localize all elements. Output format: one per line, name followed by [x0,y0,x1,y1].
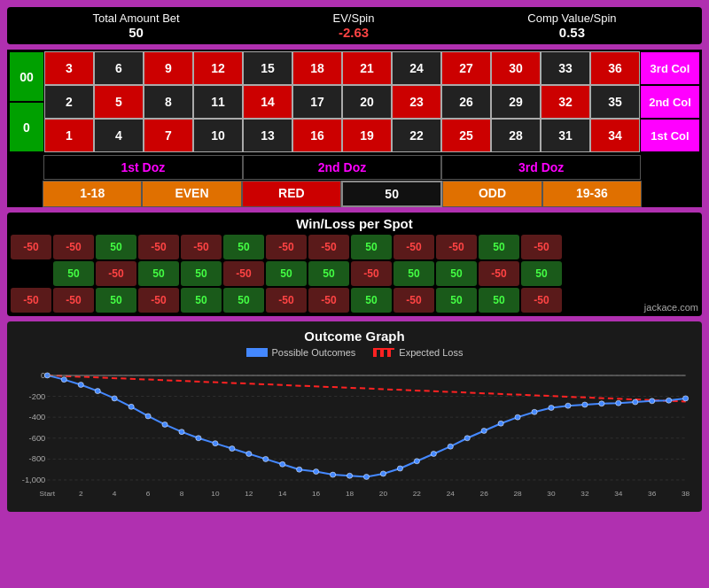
svg-point-35 [78,383,83,388]
svg-point-70 [666,398,672,403]
num-cell-35[interactable]: 35 [590,85,640,119]
svg-text:-600: -600 [29,434,46,443]
svg-point-39 [145,414,151,419]
outside-cell-2[interactable]: RED [242,181,341,207]
num-cell-29[interactable]: 29 [491,85,541,119]
svg-point-34 [61,377,66,383]
num-cell-9[interactable]: 9 [144,51,193,85]
wl-left-2: -50 [11,288,51,313]
num-cell-17[interactable]: 17 [292,85,342,119]
svg-text:32: 32 [580,490,589,498]
num-cell-28[interactable]: 28 [491,119,541,152]
graph-section: Outcome Graph Possible Outcomes Expected… [7,321,702,512]
outside-cell-5[interactable]: 19-36 [542,181,642,207]
winloss-row-2: -50-5050-505050-50-5050-505050-50jackace… [11,288,698,313]
num-cell-18[interactable]: 18 [292,51,342,85]
zero-col: 00 0 [9,51,44,152]
col-label-2[interactable]: 1st Col [640,119,700,152]
num-cell-11[interactable]: 11 [193,85,243,119]
num-cell-16[interactable]: 16 [292,119,342,152]
dozen-cell-2[interactable]: 3rd Doz [441,155,641,180]
svg-point-64 [565,403,571,408]
wl-cell-2-6: -50 [308,288,349,313]
num-cell-22[interactable]: 22 [392,119,441,152]
zero-0[interactable]: 0 [9,102,44,152]
svg-text:26: 26 [480,490,489,498]
wl-cell-2-9: 50 [436,288,477,313]
num-cell-12[interactable]: 12 [193,51,243,85]
wl-cell-0-8: -50 [393,235,434,259]
wl-cell-1-5: 50 [266,261,307,286]
svg-point-54 [397,466,402,471]
num-cell-34[interactable]: 34 [590,119,640,152]
svg-point-69 [650,398,655,404]
wl-cell-0-3: -50 [181,235,222,259]
num-cell-33[interactable]: 33 [541,51,590,85]
num-cell-14[interactable]: 14 [243,85,292,119]
col-label-1[interactable]: 2nd Col [640,85,700,119]
dozen-cell-1[interactable]: 2nd Doz [243,155,442,180]
ev-spin-value: -2.63 [333,25,375,40]
num-cell-1[interactable]: 1 [44,119,94,152]
legend-possible: Possible Outcomes [246,347,356,358]
num-cell-32[interactable]: 32 [541,85,590,119]
roulette-table: 00 0 36912151821242730333625811141720232… [7,50,702,154]
outside-row: 1-18EVENRED50ODD19-36 [7,181,702,207]
num-cell-20[interactable]: 20 [342,85,392,119]
wl-cell-0-0: -50 [53,235,94,259]
svg-point-50 [330,472,335,477]
num-cell-5[interactable]: 5 [94,85,144,119]
svg-point-49 [314,469,319,475]
num-cell-23[interactable]: 23 [392,85,441,119]
svg-point-71 [683,396,689,401]
outside-cell-0[interactable]: 1-18 [43,181,142,207]
num-cell-6[interactable]: 6 [94,51,144,85]
num-cell-30[interactable]: 30 [491,51,541,85]
number-row-2: 147101316192225283134 [44,119,640,152]
wl-cell-0-9: -50 [436,235,477,259]
svg-point-38 [129,404,134,409]
svg-point-57 [448,444,453,449]
svg-text:16: 16 [312,490,321,498]
comp-value-label: Comp Value/Spin [527,12,616,25]
num-cell-27[interactable]: 27 [441,51,491,85]
num-cell-15[interactable]: 15 [243,51,292,85]
svg-text:14: 14 [278,490,287,498]
graph-legend: Possible Outcomes Expected Loss [14,347,695,358]
num-cell-8[interactable]: 8 [144,85,193,119]
num-cell-36[interactable]: 36 [590,51,640,85]
wl-cell-1-1: -50 [96,261,136,286]
outside-cell-4[interactable]: ODD [442,181,541,207]
dozen-cell-0[interactable]: 1st Doz [43,155,243,180]
num-cell-2[interactable]: 2 [44,85,94,119]
svg-point-53 [380,471,386,476]
wl-cell-0-5: -50 [266,235,307,259]
num-cell-26[interactable]: 26 [441,85,491,119]
roulette-wrapper: 00 0 36912151821242730333625811141720232… [7,50,702,207]
num-cell-10[interactable]: 10 [193,119,243,152]
outside-cell-1[interactable]: EVEN [142,181,241,207]
svg-text:-800: -800 [29,455,46,464]
num-cell-31[interactable]: 31 [541,119,590,152]
num-cell-4[interactable]: 4 [94,119,144,152]
zero-00[interactable]: 00 [9,51,44,102]
svg-point-40 [162,422,168,427]
num-cell-21[interactable]: 21 [342,51,392,85]
svg-text:12: 12 [245,490,253,498]
num-cell-19[interactable]: 19 [342,119,392,152]
svg-point-61 [515,414,520,420]
num-cell-13[interactable]: 13 [243,119,292,152]
col-label-0[interactable]: 3rd Col [640,51,700,85]
legend-expected: Expected Loss [373,347,463,358]
svg-point-62 [532,409,537,414]
num-cell-3[interactable]: 3 [44,51,94,85]
num-cell-7[interactable]: 7 [144,119,193,152]
wl-cell-1-9: 50 [436,261,477,286]
wl-cell-2-7: 50 [351,288,392,313]
wl-cell-2-5: -50 [266,288,307,313]
svg-text:10: 10 [211,490,220,498]
num-cell-24[interactable]: 24 [392,51,441,85]
outside-cell-3[interactable]: 50 [341,181,442,207]
num-cell-25[interactable]: 25 [441,119,491,152]
wl-cell-0-10: 50 [479,235,519,259]
